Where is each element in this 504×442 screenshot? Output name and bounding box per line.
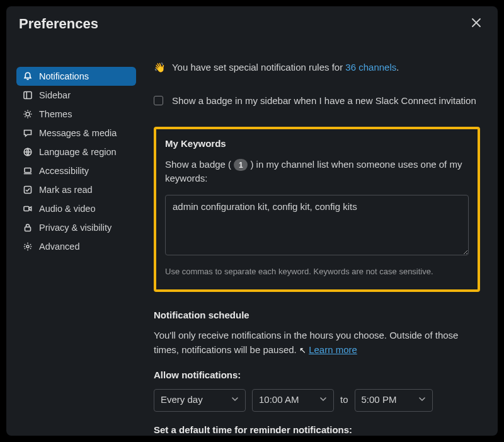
sidebar-item-label: Notifications [39,71,89,81]
modal-header: Preferences [6,6,498,42]
sidebar-item-notifications[interactable]: Notifications [16,67,136,86]
sun-icon [23,109,33,119]
sidebar-item-language-region[interactable]: Language & region [16,142,136,161]
gear-icon [23,241,33,252]
sidebar-item-sidebar[interactable]: Sidebar [16,86,136,105]
modal-body: NotificationsSidebarThemesMessages & med… [6,42,498,436]
video-icon [23,204,33,214]
columns-icon [23,90,33,100]
svg-rect-5 [24,207,29,211]
channels-link[interactable]: 36 channels [345,62,396,73]
sidebar-item-label: Accessibility [39,166,89,176]
close-button[interactable] [467,14,485,35]
globe-icon [23,147,33,157]
schedule-title: Notification schedule [154,308,480,323]
preferences-modal: Preferences NotificationsSidebarThemesMe… [6,6,498,436]
allow-notifications-label: Allow notifications: [154,368,480,383]
svg-rect-6 [25,227,31,231]
sidebar-item-label: Language & region [39,147,117,157]
my-keywords-description: Show a badge ( 1 ) in my channel list wh… [165,158,469,186]
lock-icon [23,223,33,233]
message-icon [23,128,33,138]
sidebar-item-label: Audio & video [39,204,95,214]
to-label: to [340,393,348,407]
slack-connect-badge-label: Show a badge in my sidebar when I have a… [172,94,476,108]
cursor-icon: ↖ [299,346,306,355]
slack-connect-badge-row: Show a badge in my sidebar when I have a… [154,94,480,108]
frequency-value: Every day [161,393,203,407]
special-rules-notice: 👋 You have set special notification rule… [154,61,480,75]
svg-point-1 [26,112,30,116]
sidebar-item-label: Messages & media [39,128,117,138]
sidebar-item-advanced[interactable]: Advanced [16,237,136,256]
learn-more-link[interactable]: Learn more [309,344,357,355]
main-panel[interactable]: 👋 You have set special notification rule… [141,42,498,436]
bell-icon [23,71,33,81]
notice-text-before: You have set special notification rules … [172,62,345,73]
my-keywords-section: My Keywords Show a badge ( 1 ) in my cha… [154,127,480,292]
sidebar: NotificationsSidebarThemesMessages & med… [6,42,141,436]
sidebar-item-label: Privacy & visibility [39,223,112,233]
check-icon [23,185,33,195]
chevron-down-icon [319,393,327,407]
end-time-value: 5:00 PM [362,393,397,407]
modal-title: Preferences [19,16,98,32]
sidebar-item-label: Sidebar [39,90,71,100]
sidebar-item-audio-video[interactable]: Audio & video [16,199,136,218]
laptop-icon [23,166,33,176]
sidebar-item-themes[interactable]: Themes [16,105,136,124]
chevron-down-icon [231,393,239,407]
reminder-default-label: Set a default time for reminder notifica… [154,423,480,436]
svg-rect-3 [25,168,31,173]
schedule-description: You'll only receive notifications in the… [154,329,480,357]
notice-text-after: . [396,62,399,73]
sidebar-item-label: Themes [39,109,72,119]
end-time-select[interactable]: 5:00 PM [355,389,433,412]
svg-point-7 [26,245,29,248]
sidebar-item-label: Mark as read [39,185,93,195]
sidebar-item-privacy-visibility[interactable]: Privacy & visibility [16,218,136,237]
chevron-down-icon [418,393,426,407]
start-time-select[interactable]: 10:00 AM [252,389,334,412]
wave-emoji: 👋 [154,62,166,73]
keywords-textarea[interactable] [165,195,469,255]
sidebar-item-accessibility[interactable]: Accessibility [16,161,136,180]
sidebar-item-messages-media[interactable]: Messages & media [16,124,136,142]
start-time-value: 10:00 AM [259,393,299,407]
sidebar-item-mark-as-read[interactable]: Mark as read [16,180,136,199]
badge-example: 1 [234,159,248,171]
svg-rect-0 [24,92,32,99]
allow-notifications-row: Every day 10:00 AM to 5:00 PM [154,389,480,412]
sidebar-item-label: Advanced [39,241,80,252]
keywords-hint: Use commas to separate each keyword. Key… [165,265,469,278]
slack-connect-badge-checkbox[interactable] [154,96,163,105]
notification-schedule-section: Notification schedule You'll only receiv… [154,308,480,436]
my-keywords-title: My Keywords [165,137,469,151]
close-icon [471,18,481,30]
frequency-select[interactable]: Every day [154,389,246,412]
